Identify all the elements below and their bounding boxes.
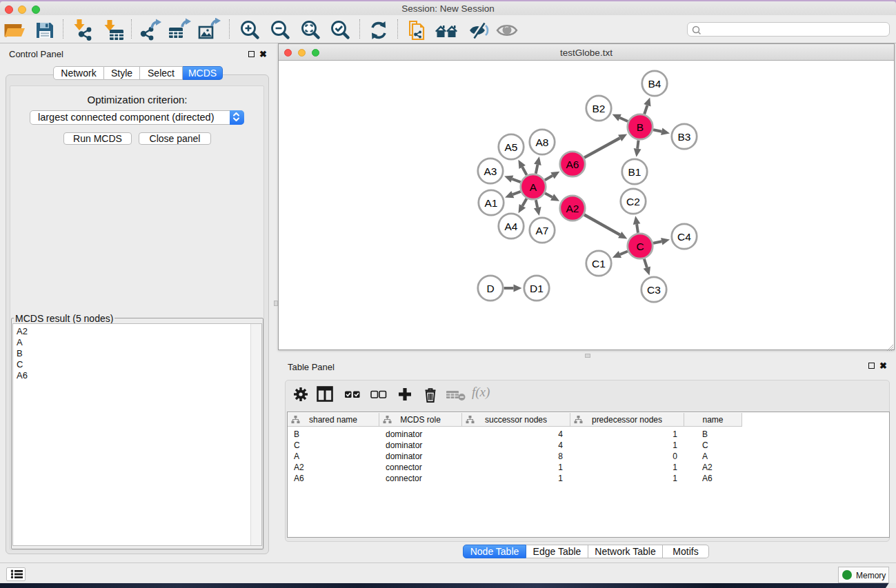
svg-text:C: C <box>636 240 644 252</box>
svg-text:D: D <box>486 282 494 294</box>
svg-text:A: A <box>529 181 537 192</box>
svg-text:B2: B2 <box>592 102 605 114</box>
svg-text:C1: C1 <box>592 257 606 269</box>
svg-text:A4: A4 <box>504 220 517 232</box>
svg-text:B3: B3 <box>677 130 690 142</box>
svg-text:A2: A2 <box>566 202 579 214</box>
svg-text:C4: C4 <box>677 230 691 242</box>
svg-text:B4: B4 <box>648 77 661 89</box>
svg-text:A1: A1 <box>484 196 497 208</box>
svg-text:C3: C3 <box>647 283 661 295</box>
svg-text:A3: A3 <box>484 165 497 176</box>
svg-text:C2: C2 <box>626 195 640 207</box>
svg-text:A7: A7 <box>535 224 548 236</box>
svg-text:A5: A5 <box>504 141 517 152</box>
svg-text:D1: D1 <box>530 282 544 294</box>
svg-text:A6: A6 <box>566 158 579 170</box>
svg-text:A8: A8 <box>535 136 548 148</box>
svg-text:B: B <box>636 121 643 132</box>
svg-text:B1: B1 <box>628 165 641 177</box>
